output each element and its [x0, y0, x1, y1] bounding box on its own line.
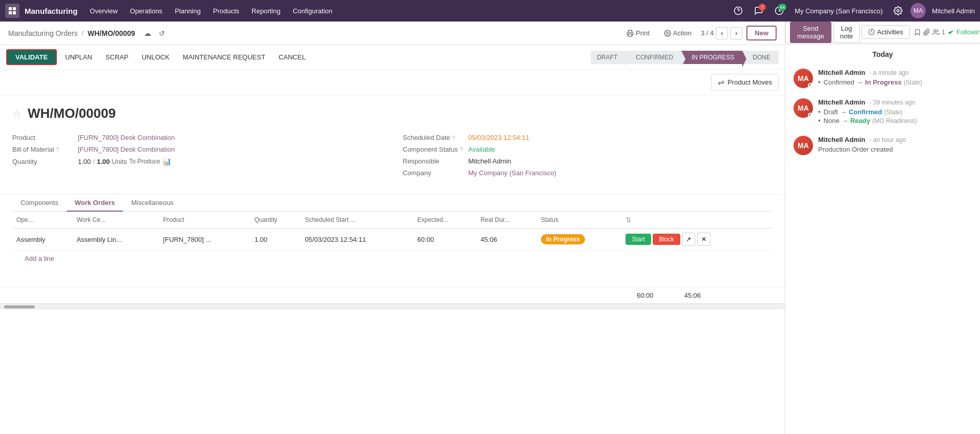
- status-pipeline: DRAFT CONFIRMED IN PROGRESS DONE: [591, 51, 779, 64]
- tab-work-orders[interactable]: Work Orders: [67, 195, 123, 212]
- settings-icon[interactable]: [890, 3, 906, 19]
- table-row[interactable]: Assembly Assembly Lin... [FURN_7800] ...…: [12, 229, 773, 251]
- followers-count: 1: [942, 29, 945, 36]
- scheduled-date-help-icon[interactable]: ?: [452, 135, 455, 141]
- main-form-panel: VALIDATE UNPLAN SCRAP UNLOCK MAINTENANCE…: [0, 45, 785, 434]
- svg-rect-2: [9, 11, 12, 14]
- unlock-button[interactable]: UNLOCK: [137, 50, 175, 64]
- block-button[interactable]: Block: [653, 234, 680, 245]
- chart-icon[interactable]: 📊: [162, 157, 171, 166]
- nav-reporting[interactable]: Reporting: [246, 4, 285, 18]
- bom-value[interactable]: [FURN_7800] Desk Combination: [78, 146, 175, 153]
- to-produce-label: To Produce 📊: [129, 157, 171, 166]
- cell-product: [FURN_7800] ...: [159, 229, 250, 251]
- company-value[interactable]: My Company (San Francisco): [468, 169, 556, 177]
- following-button[interactable]: Following: [947, 28, 980, 36]
- product-label: Product: [12, 134, 74, 141]
- bookmark-icon[interactable]: [914, 25, 921, 40]
- page-next-button[interactable]: ›: [730, 27, 742, 39]
- bom-label: Bill of Material ?: [12, 146, 74, 153]
- status-draft[interactable]: DRAFT: [591, 51, 625, 64]
- status-in-progress[interactable]: IN PROGRESS: [681, 51, 742, 64]
- responsible-value: Mitchell Admin: [468, 157, 511, 165]
- product-value[interactable]: [FURN_7800] Desk Combination: [78, 134, 175, 141]
- log-note-button[interactable]: Log note: [833, 22, 860, 43]
- app-name: Manufacturing: [25, 7, 77, 15]
- nav-planning[interactable]: Planning: [170, 4, 206, 18]
- cancel-button[interactable]: CANCEL: [274, 50, 311, 64]
- activities-button[interactable]: Activities: [862, 25, 910, 39]
- cell-expected: 60:00: [413, 229, 476, 251]
- print-button[interactable]: Print: [621, 27, 655, 39]
- tab-components[interactable]: Components: [12, 195, 67, 212]
- unplan-button[interactable]: UNPLAN: [60, 50, 97, 64]
- pagination-text: 3 / 4: [701, 29, 714, 37]
- breadcrumb-manufacturing-orders[interactable]: Manufacturing Orders: [8, 29, 77, 37]
- product-field-row: Product [FURN_7800] Desk Combination: [12, 132, 382, 143]
- qty-slash: /: [93, 158, 95, 166]
- nav-operations[interactable]: Operations: [125, 4, 168, 18]
- attachment-icon[interactable]: [923, 25, 930, 40]
- scrap-button[interactable]: SCRAP: [100, 50, 134, 64]
- today-header: Today: [785, 45, 980, 64]
- refresh-icon[interactable]: ↺: [156, 27, 168, 39]
- col-real-duration: Real Dur...: [476, 212, 537, 229]
- col-sort-icon[interactable]: ⇅: [625, 216, 632, 224]
- cell-status: In Progress: [537, 229, 622, 251]
- component-status-label: Component Status ?: [403, 146, 464, 153]
- bom-field-row: Bill of Material ? [FURN_7800] Desk Comb…: [12, 143, 382, 155]
- horizontal-scrollbar[interactable]: [0, 303, 785, 309]
- app-grid-icon[interactable]: [5, 4, 19, 18]
- company-label: Company: [403, 169, 464, 177]
- chatter-name-1: Mitchell Admin: [818, 69, 865, 76]
- send-message-button[interactable]: Send message: [790, 22, 831, 43]
- chatter-time-1: - a minute ago: [869, 69, 909, 76]
- form-tabs: Components Work Orders Miscellaneous: [12, 195, 773, 212]
- nav-icons-group: 7 44 My Company (San Francisco) MA Mitch…: [730, 3, 975, 19]
- new-button[interactable]: New: [746, 26, 777, 40]
- chatter-name-2: Mitchell Admin: [818, 98, 865, 106]
- open-row-icon[interactable]: ↗: [682, 233, 695, 246]
- following-label: Following: [956, 28, 980, 36]
- chatter-body-3: Mitchell Admin - an hour ago Production …: [818, 136, 972, 155]
- product-moves-area: ⇌ Product Moves: [0, 70, 785, 95]
- favorite-star-icon[interactable]: ☆: [12, 108, 22, 120]
- page-prev-button[interactable]: ‹: [716, 27, 728, 39]
- form-title: ☆ WH/MO/00009: [12, 106, 773, 121]
- chatter-name-3: Mitchell Admin: [818, 136, 865, 143]
- validate-button[interactable]: VALIDATE: [6, 49, 57, 65]
- tabs-area: Components Work Orders Miscellaneous: [0, 194, 785, 212]
- delete-row-icon[interactable]: ✕: [697, 233, 711, 246]
- support-icon[interactable]: [730, 3, 746, 19]
- product-moves-arrows-icon: ⇌: [718, 77, 724, 87]
- action-button[interactable]: Action: [659, 27, 697, 39]
- nav-products[interactable]: Products: [208, 4, 244, 18]
- bom-help-icon[interactable]: ?: [56, 147, 59, 153]
- cloud-save-icon[interactable]: ☁: [141, 27, 154, 39]
- tab-miscellaneous[interactable]: Miscellaneous: [123, 195, 181, 212]
- add-line-button[interactable]: Add a line: [12, 251, 773, 266]
- scheduled-date-label: Scheduled Date ?: [403, 134, 464, 141]
- svg-point-9: [666, 32, 669, 34]
- company-field-row: Company My Company (San Francisco): [403, 167, 773, 179]
- start-button[interactable]: Start: [625, 234, 651, 245]
- scheduled-date-field-row: Scheduled Date ? 05/03/2023 12:54:11: [403, 132, 773, 143]
- maintenance-request-button[interactable]: MAINTENANCE REQUEST: [178, 50, 270, 64]
- activity-icon[interactable]: 44: [771, 3, 787, 19]
- follower-icon[interactable]: [932, 25, 940, 40]
- col-settings[interactable]: ⇅: [621, 212, 773, 229]
- top-navigation: Manufacturing Overview Operations Planni…: [0, 0, 980, 22]
- nav-configuration[interactable]: Configuration: [287, 4, 337, 18]
- status-confirmed[interactable]: CONFIRMED: [625, 51, 681, 64]
- status-done[interactable]: DONE: [742, 51, 779, 64]
- nav-overview[interactable]: Overview: [85, 4, 122, 18]
- component-status-help-icon[interactable]: ?: [460, 147, 463, 153]
- svg-rect-8: [629, 34, 632, 36]
- status-badge: In Progress: [541, 234, 585, 244]
- scheduled-date-value[interactable]: 05/03/2023 12:54:11: [468, 134, 529, 141]
- product-moves-button[interactable]: ⇌ Product Moves: [711, 74, 779, 91]
- avatar[interactable]: MA: [910, 3, 926, 18]
- chatter-line-2-1: • None → Ready (MO Readiness): [818, 117, 972, 125]
- col-scheduled-start: Scheduled Start ...: [301, 212, 413, 229]
- chat-icon[interactable]: 7: [750, 3, 767, 19]
